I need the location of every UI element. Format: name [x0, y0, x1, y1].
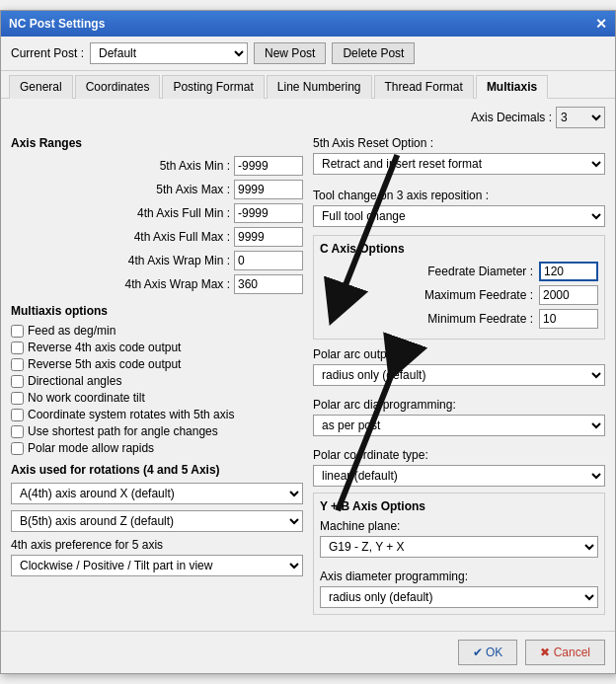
5th-axis-max-input[interactable] [234, 180, 303, 199]
4th-axis-full-max-input[interactable] [234, 227, 303, 247]
ok-button[interactable]: ✔ OK [458, 640, 518, 665]
max-feedrate-input[interactable] [539, 285, 598, 305]
toolbar: Current Post : Default New Post Delete P… [1, 37, 615, 71]
multiaxis-options-section: Multiaxis options Feed as deg/min Revers… [11, 304, 303, 455]
axis-pref-label: 4th axis preference for 5 axis [11, 538, 303, 552]
footer: ✔ OK ✖ Cancel [1, 631, 615, 673]
yb-axis-group: Y + B Axis Options Machine plane: G19 - … [313, 493, 605, 615]
tab-bar: General Coordinates Posting Format Line … [1, 71, 615, 99]
tool-change-label: Tool change on 3 axis reposition : [313, 189, 605, 202]
4th-axis-wrap-max-label: 4th Axis Wrap Max : [125, 277, 230, 291]
checkbox-coord-rotates: Coordinate system rotates with 5th axis [11, 408, 303, 421]
main-content: Axis Decimals : 3 [1, 99, 615, 631]
4th-axis-full-min-input[interactable] [234, 203, 303, 223]
field-row-5th-max: 5th Axis Max : [11, 180, 303, 199]
directional-label: Directional angles [28, 374, 121, 388]
5th-axis-min-input[interactable] [234, 156, 303, 176]
current-post-select[interactable]: Default [90, 42, 248, 64]
tab-line-numbering[interactable]: Line Numbering [267, 75, 372, 99]
feedrate-diameter-row: Feedrate Diameter : [320, 262, 598, 281]
new-post-button[interactable]: New Post [254, 42, 326, 64]
tab-coordinates[interactable]: Coordinates [75, 75, 161, 99]
checkbox-feed-deg-min: Feed as deg/min [11, 324, 303, 338]
reverse-5th-label: Reverse 5th axis code output [28, 357, 181, 371]
4th-axis-wrap-min-input[interactable] [234, 251, 303, 270]
polar-arc-dia-select[interactable]: as per post [313, 415, 605, 436]
feedrate-diameter-label: Feedrate Diameter : [427, 265, 533, 278]
close-icon[interactable]: ✕ [595, 17, 607, 31]
axis-rotations-section: Axis used for rotations (4 and 5 Axis) A… [11, 463, 303, 582]
reverse-4th-label: Reverse 4th axis code output [28, 341, 181, 354]
checkbox-shortest-path: Use shortest path for angle changes [11, 424, 303, 438]
axis-pref-select[interactable]: Clockwise / Positive / Tilt part in view [11, 555, 303, 576]
shortest-path-checkbox[interactable] [11, 425, 24, 438]
axis-dia-select[interactable]: radius only (default) [320, 586, 598, 608]
polar-coord-select[interactable]: linear (default) [313, 465, 605, 487]
feed-deg-min-label: Feed as deg/min [28, 324, 116, 338]
machine-plane-label: Machine plane: [320, 519, 598, 533]
window-title: NC Post Settings [9, 17, 105, 31]
cancel-button[interactable]: ✖ Cancel [525, 640, 605, 665]
tab-multiaxis[interactable]: Multiaxis [476, 75, 548, 99]
directional-checkbox[interactable] [11, 375, 24, 388]
two-col-layout: Axis Ranges 5th Axis Min : 5th Axis Max … [11, 136, 605, 623]
checkbox-no-work: No work coordinate tilt [11, 391, 303, 405]
feedrate-diameter-input[interactable] [539, 262, 598, 281]
polar-coord-label: Polar coordinate type: [313, 448, 605, 462]
multiaxis-options-title: Multiaxis options [11, 304, 303, 318]
5th-axis-min-label: 5th Axis Min : [160, 159, 230, 173]
axis-decimals-label: Axis Decimals : [471, 111, 552, 124]
axis-dia-label: Axis diameter programming: [320, 570, 598, 583]
polar-mode-label: Polar mode allow rapids [28, 441, 154, 455]
checkbox-reverse-5th: Reverse 5th axis code output [11, 357, 303, 371]
tool-change-select[interactable]: Full tool change [313, 205, 605, 227]
axis4-select[interactable]: A(4th) axis around X (default) [11, 483, 303, 504]
checkbox-reverse-4th: Reverse 4th axis code output [11, 341, 303, 354]
checkbox-polar-mode: Polar mode allow rapids [11, 441, 303, 455]
tab-thread-format[interactable]: Thread Format [374, 75, 474, 99]
feed-deg-min-checkbox[interactable] [11, 325, 24, 338]
field-row-4th-wrap-max: 4th Axis Wrap Max : [11, 274, 303, 294]
polar-mode-checkbox[interactable] [11, 442, 24, 455]
no-work-checkbox[interactable] [11, 392, 24, 405]
tab-general[interactable]: General [9, 75, 73, 99]
field-row-4th-full-min: 4th Axis Full Min : [11, 203, 303, 223]
machine-plane-select[interactable]: G19 - Z, Y + X [320, 536, 598, 558]
axis-ranges-title: Axis Ranges [11, 136, 303, 150]
min-feedrate-label: Minimum Feedrate : [427, 312, 533, 326]
coord-rotates-label: Coordinate system rotates with 5th axis [28, 408, 234, 421]
reset-option-label: 5th Axis Reset Option : [313, 136, 605, 150]
no-work-label: No work coordinate tilt [28, 391, 145, 405]
min-feedrate-input[interactable] [539, 309, 598, 329]
polar-arc-output-label: Polar arc output: [313, 347, 605, 361]
right-column: 5th Axis Reset Option : Retract and inse… [313, 136, 605, 623]
max-feedrate-label: Maximum Feedrate : [424, 288, 533, 302]
reverse-5th-checkbox[interactable] [11, 358, 24, 371]
axis5-select[interactable]: B(5th) axis around Z (default) [11, 510, 303, 532]
axis-ranges-section: Axis Ranges 5th Axis Min : 5th Axis Max … [11, 136, 303, 294]
polar-arc-dia-label: Polar arc dia programming: [313, 398, 605, 412]
axis-rotations-title: Axis used for rotations (4 and 5 Axis) [11, 463, 303, 477]
tab-posting-format[interactable]: Posting Format [162, 75, 264, 99]
min-feedrate-row: Minimum Feedrate : [320, 309, 598, 329]
4th-axis-full-max-label: 4th Axis Full Max : [134, 230, 230, 244]
4th-axis-wrap-max-input[interactable] [234, 274, 303, 294]
c-axis-group: C Axis Options Feedrate Diameter : Maxim… [313, 235, 605, 340]
4th-axis-full-min-label: 4th Axis Full Min : [137, 206, 230, 220]
reverse-4th-checkbox[interactable] [11, 342, 24, 354]
4th-axis-wrap-min-label: 4th Axis Wrap Min : [128, 254, 230, 267]
polar-arc-output-select[interactable]: radius only (default) [313, 364, 605, 386]
c-axis-title: C Axis Options [320, 242, 598, 256]
left-column: Axis Ranges 5th Axis Min : 5th Axis Max … [11, 136, 303, 623]
field-row-4th-wrap-min: 4th Axis Wrap Min : [11, 251, 303, 270]
delete-post-button[interactable]: Delete Post [332, 42, 415, 64]
axis-decimals-select[interactable]: 3 [556, 107, 605, 128]
yb-title: Y + B Axis Options [320, 499, 598, 513]
axis-decimals-row: Axis Decimals : 3 [11, 107, 605, 128]
current-post-label: Current Post : [11, 46, 84, 60]
main-window: NC Post Settings ✕ Current Post : Defaul… [0, 10, 616, 674]
5th-axis-max-label: 5th Axis Max : [156, 183, 230, 196]
coord-rotates-checkbox[interactable] [11, 409, 24, 421]
checkbox-directional: Directional angles [11, 374, 303, 388]
reset-option-select[interactable]: Retract and insert reset format [313, 153, 605, 175]
